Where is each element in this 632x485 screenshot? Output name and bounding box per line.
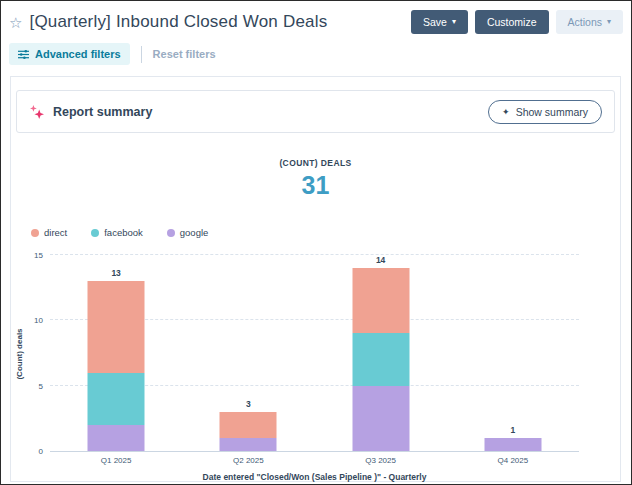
- actions-button[interactable]: Actions ▾: [556, 10, 623, 34]
- show-summary-button[interactable]: ✦ Show summary: [488, 100, 602, 124]
- advanced-filters-label: Advanced filters: [35, 48, 121, 60]
- y-axis-tick-label: 5: [39, 381, 43, 390]
- actions-button-label: Actions: [568, 16, 602, 28]
- legend-label: direct: [44, 227, 67, 238]
- bar-total-label: 1: [484, 425, 541, 435]
- filter-bar: Advanced filters Reset filters: [1, 36, 631, 65]
- legend-item-direct[interactable]: direct: [31, 227, 67, 238]
- bar-segment-google[interactable]: [88, 425, 145, 451]
- bar-total-label: 13: [88, 268, 145, 278]
- bar-total-label: 3: [220, 399, 277, 409]
- save-button[interactable]: Save ▾: [411, 10, 468, 34]
- divider: [141, 46, 142, 63]
- bar-segment-facebook[interactable]: [352, 333, 409, 385]
- chart: (Count) deals 051015133141: [50, 255, 579, 452]
- customize-button-label: Customize: [487, 16, 537, 28]
- chart-legend: directfacebookgoogle: [31, 227, 620, 238]
- report-card: Report summary ✦ Show summary (COUNT) DE…: [10, 76, 621, 482]
- caret-down-icon: ▾: [607, 18, 611, 26]
- legend-dot: [31, 229, 39, 237]
- show-summary-label: Show summary: [516, 106, 588, 118]
- page-title: [Quarterly] Inbound Closed Won Deals: [29, 12, 411, 32]
- kpi-block: (COUNT) DEALS 31: [11, 158, 620, 200]
- bar-segment-google[interactable]: [220, 438, 277, 451]
- report-summary-panel: Report summary ✦ Show summary: [16, 90, 615, 133]
- y-axis-label: (Count) deals: [15, 328, 24, 379]
- bar-total-label: 14: [352, 255, 409, 265]
- bar-segment-direct[interactable]: [88, 281, 145, 372]
- kpi-value: 31: [11, 171, 620, 200]
- kpi-label: (COUNT) DEALS: [11, 158, 620, 168]
- x-axis-tick-label: Q1 2025: [101, 456, 132, 465]
- bar-q3-2025: 14: [352, 255, 409, 451]
- y-axis-tick-label: 0: [39, 447, 43, 456]
- ai-sparkles-icon: [29, 104, 45, 120]
- legend-item-facebook[interactable]: facebook: [91, 227, 143, 238]
- legend-label: google: [180, 227, 209, 238]
- y-axis-tick-label: 15: [34, 251, 43, 260]
- plot-area: 051015133141: [50, 255, 579, 452]
- reset-filters-button[interactable]: Reset filters: [153, 48, 216, 60]
- bar-segment-google[interactable]: [352, 386, 409, 451]
- customize-button[interactable]: Customize: [475, 10, 549, 34]
- bar-segment-google[interactable]: [484, 438, 541, 451]
- report-summary-title: Report summary: [53, 105, 152, 119]
- legend-dot: [167, 229, 175, 237]
- x-axis-tick-label: Q3 2025: [365, 456, 396, 465]
- save-button-label: Save: [423, 16, 447, 28]
- advanced-filters-button[interactable]: Advanced filters: [9, 43, 130, 65]
- filter-sliders-icon: [18, 49, 29, 60]
- caret-down-icon: ▾: [452, 18, 456, 26]
- bar-segment-facebook[interactable]: [88, 373, 145, 425]
- x-axis-ticks: Q1 2025Q2 2025Q3 2025Q4 2025: [50, 456, 579, 469]
- header-actions: Save ▾ Customize Actions ▾: [411, 10, 623, 34]
- page-header: ☆ [Quarterly] Inbound Closed Won Deals S…: [1, 1, 631, 36]
- x-axis-tick-label: Q4 2025: [498, 456, 529, 465]
- bar-segment-direct[interactable]: [352, 268, 409, 333]
- sparkle-icon: ✦: [502, 107, 510, 117]
- legend-item-google[interactable]: google: [167, 227, 209, 238]
- bar-q4-2025: 1: [484, 255, 541, 451]
- legend-label: facebook: [104, 227, 143, 238]
- bar-q1-2025: 13: [88, 255, 145, 451]
- favorite-star-icon[interactable]: ☆: [9, 15, 22, 30]
- bar-q2-2025: 3: [220, 255, 277, 451]
- x-axis-title: Date entered "Closed/Won (Sales Pipeline…: [50, 472, 579, 482]
- legend-dot: [91, 229, 99, 237]
- y-axis-tick-label: 10: [34, 316, 43, 325]
- x-axis-tick-label: Q2 2025: [233, 456, 264, 465]
- bar-segment-direct[interactable]: [220, 412, 277, 438]
